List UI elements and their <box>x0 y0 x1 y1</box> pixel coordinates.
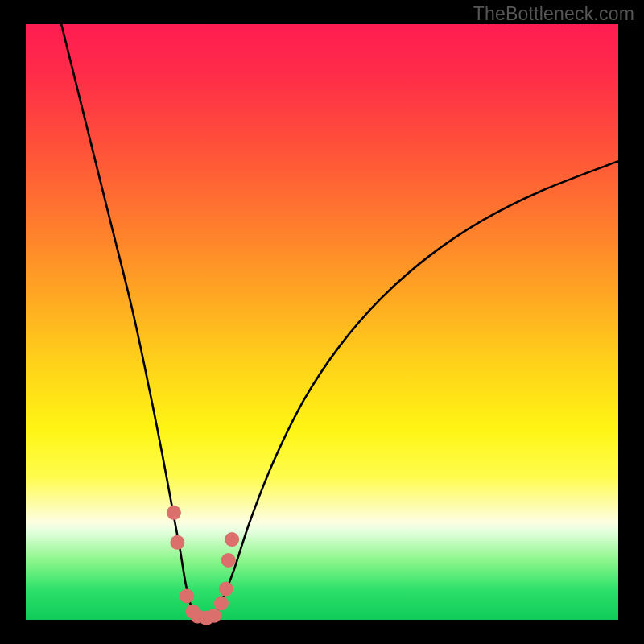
highlight-markers <box>167 506 239 625</box>
marker-dot <box>180 588 194 603</box>
watermark-text: TheBottleneck.com <box>473 3 634 25</box>
chart-plot-area <box>26 24 618 620</box>
marker-dot <box>219 582 233 597</box>
marker-dot <box>207 609 221 623</box>
marker-dot <box>214 596 229 610</box>
marker-dot <box>170 535 184 550</box>
chart-svg <box>26 24 618 620</box>
marker-dot <box>221 553 236 568</box>
bottleneck-curve <box>61 24 618 620</box>
chart-frame: TheBottleneck.com <box>0 0 644 644</box>
marker-dot <box>225 532 239 547</box>
marker-dot <box>167 506 181 520</box>
